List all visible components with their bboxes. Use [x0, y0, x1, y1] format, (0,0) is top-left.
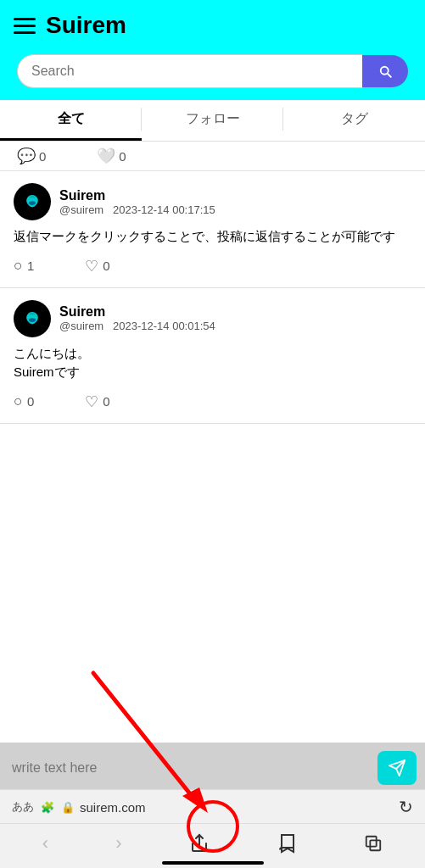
keyboard-icon: 🧩 — [41, 801, 54, 814]
post-meta-1: Suirem @suirem 2023-12-14 00:17:15 — [59, 188, 215, 216]
hamburger-button[interactable] — [14, 18, 36, 34]
send-icon — [388, 759, 406, 777]
svg-rect-5 — [366, 837, 377, 847]
post-actions-2: ○ 0 ♡ 0 — [14, 392, 411, 411]
post-handle-date-1: @suirem 2023-12-14 00:17:15 — [59, 203, 215, 216]
tabs-icon — [364, 834, 383, 853]
counts-strip: 💬 0 🤍 0 — [0, 142, 425, 171]
avatar-1 — [14, 183, 51, 220]
forward-button[interactable]: › — [107, 829, 130, 858]
app-title: Suirem — [46, 12, 126, 39]
comment-action-1[interactable]: ○ 1 — [14, 257, 34, 275]
post-content-1: 返信マークをクリックすることで、投稿に返信することが可能です — [14, 227, 411, 247]
lock-icon: 🔒 — [61, 801, 75, 814]
post-card-1: Suirem @suirem 2023-12-14 00:17:15 返信マーク… — [0, 171, 425, 288]
back-button[interactable]: ‹ — [34, 829, 57, 858]
reload-button[interactable]: ↻ — [399, 797, 413, 817]
write-text-input[interactable] — [12, 760, 369, 776]
like-action-1[interactable]: ♡ 0 — [85, 257, 109, 275]
like-action-2[interactable]: ♡ 0 — [85, 392, 109, 411]
search-input[interactable] — [31, 64, 349, 79]
keyboard-label: ああ — [12, 799, 34, 815]
browser-address-bar: ああ 🧩 🔒 suirem.com ↻ — [0, 789, 425, 824]
post-username-2: Suirem — [59, 304, 215, 320]
avatar-2 — [14, 300, 51, 337]
post-header-2: Suirem @suirem 2023-12-14 00:01:54 — [14, 300, 411, 337]
post-card-2: Suirem @suirem 2023-12-14 00:01:54 こんにちは… — [0, 288, 425, 424]
post-header-1: Suirem @suirem 2023-12-14 00:17:15 — [14, 183, 411, 220]
search-button[interactable] — [362, 55, 408, 87]
url-label[interactable]: suirem.com — [80, 800, 146, 815]
post-meta-2: Suirem @suirem 2023-12-14 00:01:54 — [59, 304, 215, 332]
comment-count-strip: 💬 0 — [17, 147, 46, 165]
like-count-strip: 🤍 0 — [97, 147, 126, 165]
browser-bar-left: ああ 🧩 🔒 suirem.com — [12, 799, 146, 815]
tab-all[interactable]: 全て — [0, 100, 142, 141]
comment-icon-strip: 💬 — [17, 147, 36, 165]
search-input-wrapper — [17, 54, 362, 88]
avatar-icon-1 — [19, 188, 46, 215]
avatar-icon-2 — [19, 305, 46, 332]
header: Suirem — [0, 0, 425, 47]
svg-rect-6 — [371, 840, 381, 850]
send-button[interactable] — [377, 751, 417, 785]
tab-follow[interactable]: フォロー — [142, 100, 283, 141]
svg-point-1 — [29, 201, 36, 205]
comment-icon-1: ○ — [14, 257, 23, 275]
tabs-button[interactable] — [355, 831, 391, 856]
home-indicator — [162, 861, 264, 865]
share-icon — [189, 833, 210, 854]
like-icon-1: ♡ — [85, 257, 98, 275]
search-icon — [377, 64, 393, 79]
svg-point-3 — [29, 318, 36, 322]
tab-tag[interactable]: タグ — [283, 100, 425, 141]
bookmark-icon — [277, 833, 297, 854]
post-username-1: Suirem — [59, 188, 215, 203]
post-actions-1: ○ 1 ♡ 0 — [14, 257, 411, 275]
share-button[interactable] — [181, 830, 218, 857]
bookmark-button[interactable] — [268, 830, 305, 857]
comment-icon-2: ○ — [14, 392, 23, 410]
post-handle-date-2: @suirem 2023-12-14 00:01:54 — [59, 320, 215, 332]
like-icon-2: ♡ — [85, 392, 98, 411]
tabs-bar: 全て フォロー タグ — [0, 100, 425, 142]
comment-action-2[interactable]: ○ 0 — [14, 392, 34, 410]
search-bar-container — [0, 47, 425, 100]
write-text-bar — [0, 743, 425, 793]
post-content-2: こんにちは。 Suiremです — [14, 344, 411, 382]
like-icon-strip: 🤍 — [97, 147, 115, 165]
